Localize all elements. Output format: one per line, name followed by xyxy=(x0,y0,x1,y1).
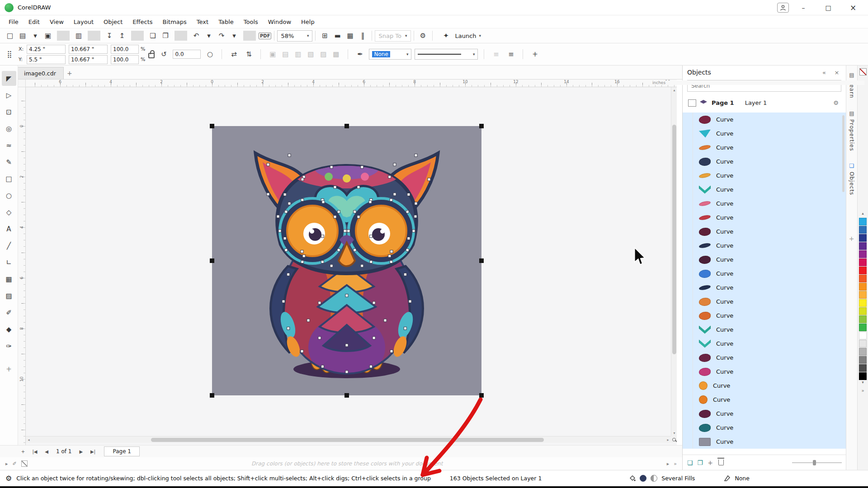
ruler-origin-corner[interactable] xyxy=(18,80,26,87)
palette-scroll-up-icon[interactable]: ▴ xyxy=(862,211,864,217)
open-icon[interactable]: ▤ xyxy=(16,29,29,42)
add-page-button[interactable]: + xyxy=(18,446,28,456)
save-icon[interactable]: ▣ xyxy=(42,29,54,42)
undo-caret[interactable]: ▾ xyxy=(203,29,215,42)
palette-color-swatch[interactable] xyxy=(859,267,867,274)
line-style-combo[interactable]: ▾ xyxy=(415,49,478,60)
object-position-grid-icon[interactable]: ⣿ xyxy=(4,48,15,60)
palette-color-swatch[interactable] xyxy=(859,340,867,347)
artistic-media-tool[interactable]: ✎ xyxy=(2,155,16,169)
eyedropper-icon[interactable]: ✐ xyxy=(13,461,17,467)
align-distribute-icon[interactable]: ≡ xyxy=(505,48,517,60)
separator[interactable] xyxy=(57,31,70,41)
scroll-up-icon[interactable]: ▴ xyxy=(671,87,677,93)
menu-item[interactable]: Bitmaps xyxy=(158,15,192,28)
wrap-text-icon[interactable]: ≡ xyxy=(490,48,502,60)
object-list-item[interactable]: Curve xyxy=(683,351,846,365)
previous-page-button[interactable]: ◀ xyxy=(42,446,52,456)
palette-color-swatch[interactable] xyxy=(859,250,867,258)
menu-item[interactable]: Table xyxy=(213,15,239,28)
object-list-item[interactable]: Curve xyxy=(683,141,846,155)
rotation-angle-field[interactable] xyxy=(173,50,201,59)
import-icon[interactable]: ↧ xyxy=(103,29,116,42)
mirror-vertical-icon[interactable]: ⇅ xyxy=(243,48,255,60)
object-list-item[interactable]: Curve xyxy=(683,379,846,393)
tab-properties[interactable]: ▤ Properties xyxy=(849,110,855,151)
object-list-item[interactable]: Curve xyxy=(683,309,846,323)
launch-menu[interactable]: ✦ Launch ▾ xyxy=(440,29,481,42)
lock-ratio-icon[interactable] xyxy=(148,53,155,58)
separator[interactable] xyxy=(131,31,144,41)
polygon-tool[interactable]: ◇ xyxy=(2,205,16,220)
object-list-item[interactable]: Curve xyxy=(683,225,846,239)
zoom-corner-button[interactable] xyxy=(671,436,677,443)
horizontal-ruler[interactable]: 642024681012141618 xyxy=(26,80,677,87)
zoom-tool[interactable]: ◎ xyxy=(2,121,16,136)
new-master-layer-icon[interactable]: ❐ xyxy=(698,459,703,466)
transparency-tool[interactable]: ▨ xyxy=(2,288,16,303)
palette-more-icon[interactable]: » xyxy=(674,461,677,467)
palette-color-swatch[interactable] xyxy=(859,307,867,315)
mirror-horizontal-icon[interactable]: ⇄ xyxy=(228,48,240,60)
back-one-icon[interactable]: ▧ xyxy=(305,48,316,60)
freehand-tool[interactable]: ≈ xyxy=(2,138,16,153)
palette-color-swatch[interactable] xyxy=(859,372,867,380)
selection-handle[interactable] xyxy=(344,124,349,128)
no-color-swatch[interactable] xyxy=(859,68,867,75)
fullscreen-preview-icon[interactable]: ⊞ xyxy=(318,29,331,42)
separator[interactable] xyxy=(243,31,256,41)
drawing-canvas[interactable]: ▴ ▾ ◂ ▸ xyxy=(26,87,677,445)
group-icon[interactable]: ▨ xyxy=(317,48,329,60)
palette-flyout-icon[interactable]: » xyxy=(861,388,864,393)
maximize-button[interactable]: □ xyxy=(818,0,839,15)
parallel-dimension-tool[interactable]: ╱ xyxy=(2,238,16,253)
outline-width-combo[interactable]: None ▾ xyxy=(369,49,411,60)
redo-icon[interactable]: ↷ xyxy=(215,29,228,42)
show-grid-icon[interactable]: ▦ xyxy=(344,29,356,42)
object-height-field[interactable] xyxy=(69,55,108,64)
palette-color-swatch[interactable] xyxy=(859,218,867,225)
redo-caret[interactable]: ▾ xyxy=(228,29,241,42)
palette-color-swatch[interactable] xyxy=(859,332,867,339)
object-list-item[interactable]: Curve xyxy=(683,113,846,127)
palette-color-swatch[interactable] xyxy=(859,356,867,364)
selection-handle[interactable] xyxy=(479,258,484,263)
palette-color-swatch[interactable] xyxy=(859,226,867,234)
menu-item[interactable]: Layout xyxy=(69,15,99,28)
ellipse-tool[interactable]: ○ xyxy=(2,188,16,203)
tab-learn[interactable]: ▤ Learn xyxy=(849,72,855,99)
menu-item[interactable]: Tools xyxy=(239,15,263,28)
object-list-item[interactable]: Curve xyxy=(683,155,846,169)
palette-scroll-down-icon[interactable]: ▾ xyxy=(862,380,864,386)
show-guidelines-icon[interactable]: ‖ xyxy=(356,29,369,42)
close-button[interactable]: × xyxy=(843,0,863,15)
crop-tool[interactable]: ⊡ xyxy=(2,104,16,119)
add-docker-plus-icon[interactable]: + xyxy=(846,235,857,242)
shape-tool[interactable]: ▷ xyxy=(2,88,16,103)
palette-color-swatch[interactable] xyxy=(859,234,867,242)
horizontal-scrollbar[interactable]: ◂ ▸ xyxy=(26,436,671,443)
smart-fill-tool[interactable]: ◆ xyxy=(2,322,16,337)
document-tab[interactable]: image0.cdr xyxy=(16,67,64,79)
palette-scroll-right-icon[interactable]: ▸ xyxy=(667,461,670,467)
smudge-tool[interactable]: ✑ xyxy=(2,338,16,353)
object-list-item[interactable]: Curve xyxy=(683,169,846,183)
options-gear-icon[interactable]: ⚙ xyxy=(417,29,429,42)
palette-color-swatch[interactable] xyxy=(859,283,867,291)
tab-objects[interactable]: ❏ Objects xyxy=(849,163,855,195)
menu-item[interactable]: Help xyxy=(296,15,320,28)
object-x-field[interactable] xyxy=(27,45,66,54)
to-front-icon[interactable]: ▣ xyxy=(267,48,278,60)
publish-pdf-icon[interactable]: PDF xyxy=(259,33,271,39)
print-icon[interactable]: ▥ xyxy=(72,29,85,42)
page-artwork[interactable] xyxy=(212,126,481,395)
object-list-item[interactable]: Curve xyxy=(683,267,846,281)
page-tab[interactable]: Page 1 xyxy=(104,446,140,456)
color-eyedropper-tool[interactable]: ✐ xyxy=(2,305,16,320)
open-caret[interactable]: ▾ xyxy=(29,29,42,42)
toolbox-customize-plus[interactable]: + xyxy=(2,361,16,376)
vertical-scrollbar[interactable]: ▴ ▾ xyxy=(671,87,677,436)
docker-collapse-icon[interactable]: « xyxy=(820,69,829,76)
menu-item[interactable]: Edit xyxy=(24,15,45,28)
menu-item[interactable]: View xyxy=(45,15,69,28)
